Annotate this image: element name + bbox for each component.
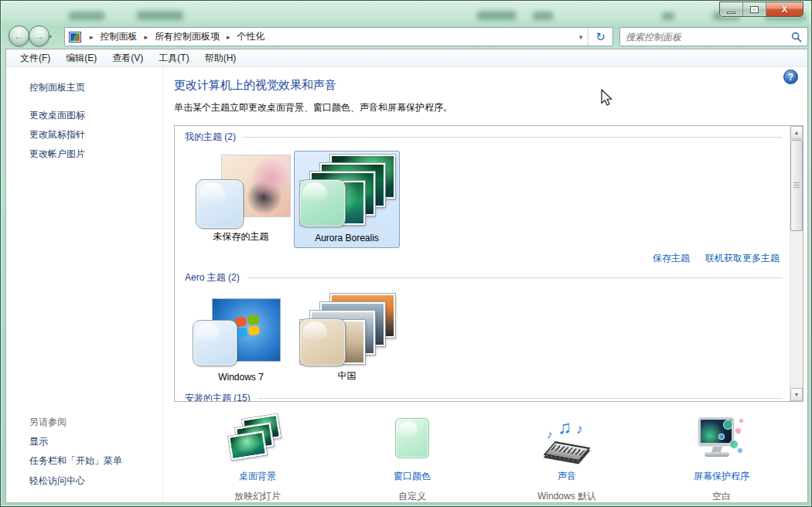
- control-panel-icon: [69, 32, 81, 43]
- desktop-background-shortcut[interactable]: 桌面背景 放映幻灯片: [196, 415, 319, 503]
- sidebar: 控制面板主页 更改桌面图标 更改鼠标指针 更改帐户图片 另请参阅 显示 任务栏和…: [6, 67, 162, 502]
- shortcut-value: 空白: [660, 490, 783, 503]
- glass-blur-artifact: [69, 12, 104, 20]
- sidebar-item-change-desktop-icons[interactable]: 更改桌面图标: [29, 109, 85, 122]
- theme-links: 保存主题 联机获取更多主题: [653, 252, 780, 265]
- maximize-button[interactable]: [743, 2, 766, 16]
- sidebar-see-also-header: 另请参阅: [29, 416, 67, 429]
- personalization-window: X ← → ▾ ▸ 控制面板 ▸ 所有控制面板项 ▸ 个性化 ▾ ↻: [0, 0, 812, 507]
- shortcut-label[interactable]: 声音: [505, 470, 629, 483]
- breadcrumb-separator-icon: ▸: [85, 33, 98, 41]
- window-color-icon: [350, 415, 474, 464]
- breadcrumb-all-items[interactable]: 所有控制面板项: [152, 29, 222, 44]
- page-title: 更改计算机上的视觉效果和声音: [174, 78, 336, 93]
- breadcrumb-separator-icon: ▸: [222, 33, 235, 41]
- theme-name: 未保存的主题: [189, 230, 293, 243]
- close-icon: X: [782, 5, 787, 14]
- back-icon: ←: [14, 30, 25, 43]
- search-input[interactable]: [626, 32, 791, 43]
- screensaver-icon: [660, 415, 783, 464]
- main-content: ? 更改计算机上的视觉效果和声音 单击某个主题立即更改桌面背景、窗口颜色、声音和…: [162, 67, 807, 502]
- shortcut-value: 自定义: [350, 490, 474, 503]
- window-color-swatch: [193, 320, 237, 366]
- shortcut-label[interactable]: 窗口颜色: [350, 470, 474, 483]
- help-icon: ?: [788, 72, 793, 83]
- screensaver-shortcut[interactable]: 屏幕保护程序 空白: [660, 415, 783, 503]
- breadcrumb-separator-icon: ▸: [140, 33, 153, 41]
- get-more-themes-link[interactable]: 联机获取更多主题: [705, 252, 780, 265]
- theme-tile-windows7[interactable]: Windows 7: [188, 290, 294, 387]
- menu-help[interactable]: 帮助(H): [197, 49, 244, 67]
- theme-tile-unsaved[interactable]: 未保存的主题: [188, 151, 294, 248]
- window-color-swatch: [196, 179, 244, 229]
- section-my-themes: 我的主题 (2): [185, 131, 783, 144]
- navigation-bar: ← → ▾ ▸ 控制面板 ▸ 所有控制面板项 ▸ 个性化 ▾ ↻: [1, 24, 812, 49]
- sounds-shortcut[interactable]: ♪ ♫ ♪ 声音 Windows 默认: [505, 415, 629, 503]
- forward-icon: →: [34, 30, 45, 43]
- section-rule: [258, 398, 783, 399]
- scroll-up-button[interactable]: ▲: [790, 126, 803, 139]
- sidebar-item-ease-of-access[interactable]: 轻松访问中心: [29, 475, 85, 488]
- shortcut-label[interactable]: 屏幕保护程序: [660, 470, 783, 483]
- close-button[interactable]: X: [766, 2, 803, 16]
- window-color-swatch: [299, 179, 346, 227]
- back-button[interactable]: ←: [9, 26, 29, 46]
- window-color-shortcut[interactable]: 窗口颜色 自定义: [350, 415, 474, 503]
- window-controls: X: [719, 2, 803, 17]
- section-aero-themes: Aero 主题 (2): [185, 271, 783, 284]
- section-rule: [247, 277, 783, 278]
- scroll-down-button[interactable]: ▼: [790, 388, 803, 401]
- theme-name: Aurora Borealis: [295, 233, 399, 243]
- shortcut-label[interactable]: 桌面背景: [196, 470, 319, 483]
- menu-file[interactable]: 文件(F): [12, 49, 58, 67]
- window-client-area: 文件(F) 编辑(E) 查看(V) 工具(T) 帮助(H) 控制面板主页 更改桌…: [5, 49, 808, 503]
- window-color-swatch: [299, 318, 346, 366]
- theme-tile-aurora-borealis[interactable]: Aurora Borealis: [294, 151, 400, 248]
- scrollbar-thumb[interactable]: [790, 140, 803, 231]
- section-installed-themes: 安装的主题 (15): [185, 392, 783, 402]
- search-box[interactable]: [619, 27, 808, 46]
- theme-name: Windows 7: [189, 372, 293, 383]
- glass-blur-artifact: [662, 12, 674, 20]
- recent-pages-dropdown[interactable]: ▾: [49, 33, 52, 40]
- page-subtitle: 单击某个主题立即更改桌面背景、窗口颜色、声音和屏幕保护程序。: [174, 101, 452, 114]
- menu-tools[interactable]: 工具(T): [151, 49, 196, 67]
- scroll-up-icon: ▲: [794, 130, 800, 135]
- sidebar-item-display[interactable]: 显示: [29, 435, 48, 448]
- breadcrumb-control-panel[interactable]: 控制面板: [98, 29, 140, 44]
- menu-bar: 文件(F) 编辑(E) 查看(V) 工具(T) 帮助(H): [6, 49, 807, 67]
- windows-logo-icon: [235, 315, 259, 339]
- breadcrumb-personalization[interactable]: 个性化: [235, 29, 268, 44]
- glass-blur-artifact: [477, 11, 516, 20]
- sidebar-item-change-mouse-pointers[interactable]: 更改鼠标指针: [29, 128, 85, 141]
- section-rule: [244, 137, 783, 138]
- section-header-label: Aero 主题 (2): [185, 271, 240, 284]
- maximize-icon: [750, 6, 759, 13]
- scroll-down-icon: ▼: [794, 392, 800, 397]
- sidebar-item-control-panel-home[interactable]: 控制面板主页: [29, 81, 85, 94]
- refresh-button[interactable]: ↻: [588, 28, 612, 46]
- address-bar[interactable]: ▸ 控制面板 ▸ 所有控制面板项 ▸ 个性化 ▾ ↻: [64, 27, 613, 46]
- theme-panel-scrollbar[interactable]: ▲ ▼: [790, 126, 803, 401]
- section-header-label: 安装的主题 (15): [185, 392, 251, 402]
- shortcut-value: Windows 默认: [505, 490, 629, 503]
- sounds-icon: ♪ ♫ ♪: [505, 415, 629, 464]
- theme-name: 中国: [295, 369, 399, 383]
- window-body: 控制面板主页 更改桌面图标 更改鼠标指针 更改帐户图片 另请参阅 显示 任务栏和…: [6, 67, 807, 502]
- glass-blur-artifact: [137, 11, 183, 20]
- minimize-icon: [727, 12, 735, 14]
- theme-tile-china[interactable]: 中国: [294, 290, 400, 387]
- menu-edit[interactable]: 编辑(E): [58, 49, 104, 67]
- forward-button[interactable]: →: [29, 26, 49, 46]
- shortcut-value: 放映幻灯片: [196, 490, 319, 503]
- sidebar-item-taskbar-start-menu[interactable]: 任务栏和「开始」菜单: [29, 454, 122, 468]
- address-dropdown-icon[interactable]: ▾: [574, 33, 588, 41]
- sidebar-item-change-account-picture[interactable]: 更改帐户图片: [29, 148, 85, 161]
- save-theme-link[interactable]: 保存主题: [653, 252, 690, 265]
- theme-list-panel: 我的主题 (2) 未保存的主题: [174, 125, 803, 402]
- minimize-button[interactable]: [720, 2, 743, 16]
- menu-view[interactable]: 查看(V): [104, 49, 151, 67]
- section-header-label: 我的主题 (2): [185, 131, 236, 144]
- help-button[interactable]: ?: [783, 70, 798, 84]
- desktop-background-icon: [196, 415, 319, 464]
